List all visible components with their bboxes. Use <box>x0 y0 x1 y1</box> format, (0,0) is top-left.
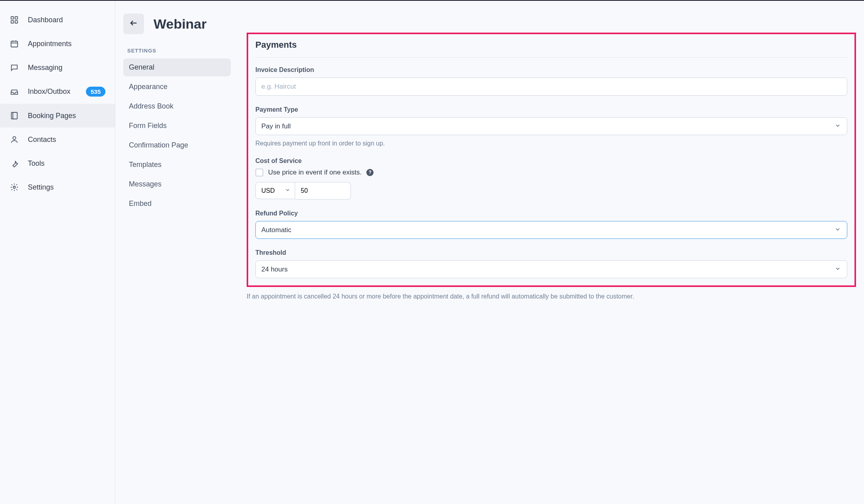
refund-policy-group: Refund Policy Automatic <box>255 210 847 239</box>
arrow-left-icon <box>129 19 138 29</box>
help-icon[interactable]: ? <box>366 169 374 176</box>
use-event-price-label: Use price in event if one exists. <box>268 169 362 176</box>
svg-rect-0 <box>11 17 14 19</box>
threshold-label: Threshold <box>255 249 847 256</box>
sidebar-item-messaging[interactable]: Messaging <box>0 56 115 79</box>
sidebar-item-settings[interactable]: Settings <box>0 175 115 199</box>
settings-item-address-book[interactable]: Address Book <box>123 97 231 115</box>
person-icon <box>10 135 19 144</box>
amount-input[interactable] <box>295 182 351 200</box>
sidebar-item-dashboard[interactable]: Dashboard <box>0 8 115 32</box>
settings-item-embed[interactable]: Embed <box>123 195 231 213</box>
settings-item-appearance[interactable]: Appearance <box>123 78 231 96</box>
svg-rect-3 <box>15 21 18 23</box>
settings-heading: SETTINGS <box>123 48 231 58</box>
sidebar-item-label: Settings <box>28 183 54 192</box>
sidebar-item-label: Tools <box>28 159 45 168</box>
settings-item-general[interactable]: General <box>123 58 231 76</box>
sidebar-item-appointments[interactable]: Appointments <box>0 32 115 56</box>
wrench-icon <box>10 159 19 168</box>
inbox-icon <box>10 87 19 97</box>
svg-point-11 <box>13 186 16 188</box>
gear-icon <box>10 182 19 192</box>
payments-title: Payments <box>255 40 847 58</box>
threshold-select[interactable]: 24 hours <box>255 260 847 278</box>
settings-item-confirmation-page[interactable]: Confirmation Page <box>123 136 231 154</box>
refund-policy-select[interactable]: Automatic <box>255 221 847 239</box>
sidebar-item-contacts[interactable]: Contacts <box>0 128 115 151</box>
main-content: Payments Invoice Description Payment Typ… <box>239 1 864 504</box>
sidebar-item-label: Messaging <box>28 64 62 72</box>
inbox-badge: 535 <box>86 87 105 97</box>
svg-rect-4 <box>11 41 18 47</box>
sidebar-item-label: Appointments <box>28 40 72 48</box>
use-event-price-checkbox[interactable] <box>255 169 263 176</box>
page-title: Webinar <box>154 16 207 32</box>
cost-of-service-group: Cost of Service Use price in event if on… <box>255 157 847 200</box>
currency-select[interactable]: USD <box>255 182 295 199</box>
svg-rect-1 <box>15 17 18 19</box>
sidebar-item-inbox[interactable]: Inbox/Outbox 535 <box>0 79 115 104</box>
main-sidebar: Dashboard Appointments Messaging Inbox/O… <box>0 1 115 504</box>
settings-subnav: Webinar SETTINGS General Appearance Addr… <box>115 1 239 504</box>
svg-rect-8 <box>12 112 18 119</box>
payment-type-help: Requires payment up front in order to si… <box>255 140 847 147</box>
payment-type-select[interactable]: Pay in full <box>255 117 847 135</box>
sidebar-item-booking-pages[interactable]: Booking Pages <box>0 104 115 128</box>
invoice-description-group: Invoice Description <box>255 66 847 96</box>
threshold-group: Threshold 24 hours <box>255 249 847 278</box>
payment-type-group: Payment Type Pay in full Requires paymen… <box>255 106 847 147</box>
sidebar-item-label: Booking Pages <box>28 112 76 120</box>
calendar-icon <box>10 39 19 48</box>
back-button[interactable] <box>123 14 144 34</box>
payments-section-highlight: Payments Invoice Description Payment Typ… <box>247 33 856 287</box>
book-icon <box>10 111 19 120</box>
settings-item-templates[interactable]: Templates <box>123 156 231 174</box>
dashboard-icon <box>10 15 19 25</box>
refund-policy-label: Refund Policy <box>255 210 847 217</box>
settings-item-form-fields[interactable]: Form Fields <box>123 117 231 135</box>
payment-type-label: Payment Type <box>255 106 847 113</box>
svg-point-10 <box>13 137 16 140</box>
settings-item-messages[interactable]: Messages <box>123 175 231 193</box>
sidebar-item-label: Dashboard <box>28 16 63 24</box>
invoice-description-label: Invoice Description <box>255 66 847 74</box>
sidebar-item-label: Contacts <box>28 136 56 144</box>
sidebar-item-label: Inbox/Outbox <box>28 87 70 96</box>
svg-rect-2 <box>11 21 14 23</box>
sidebar-item-tools[interactable]: Tools <box>0 151 115 175</box>
message-icon <box>10 63 19 72</box>
cost-of-service-label: Cost of Service <box>255 157 847 165</box>
invoice-description-input[interactable] <box>255 78 847 96</box>
threshold-help: If an appointment is cancelled 24 hours … <box>247 292 856 301</box>
